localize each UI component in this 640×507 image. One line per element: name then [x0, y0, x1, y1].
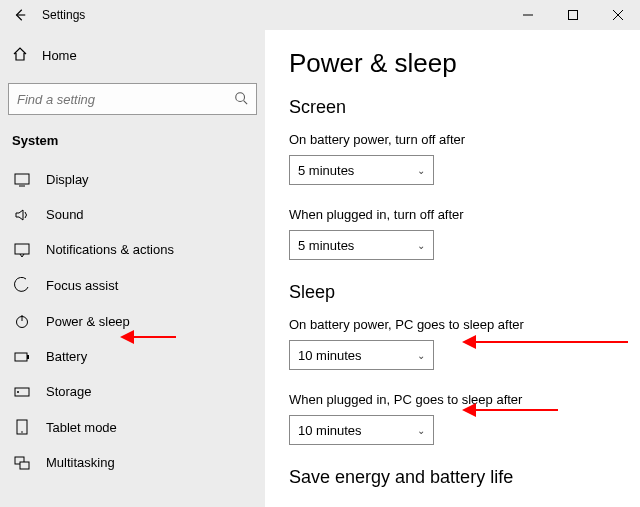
svg-rect-2 [568, 11, 577, 20]
storage-icon [14, 386, 30, 398]
select-value: 5 minutes [298, 238, 354, 253]
sleep-battery-label: On battery power, PC goes to sleep after [289, 317, 616, 332]
search-icon [234, 91, 248, 108]
chevron-down-icon: ⌄ [417, 350, 425, 361]
sidebar-item-notifications[interactable]: Notifications & actions [4, 232, 261, 267]
home-button[interactable]: Home [4, 36, 261, 75]
svg-point-17 [21, 431, 23, 433]
focus-assist-icon [14, 277, 30, 293]
chevron-down-icon: ⌄ [417, 165, 425, 176]
svg-rect-13 [27, 355, 29, 359]
sidebar-category: System [4, 127, 261, 162]
sidebar-item-label: Battery [46, 349, 87, 364]
screen-battery-label: On battery power, turn off after [289, 132, 616, 147]
select-value: 5 minutes [298, 163, 354, 178]
section-screen: Screen [289, 97, 616, 118]
svg-rect-9 [15, 244, 29, 254]
content-pane: Power & sleep Screen On battery power, t… [265, 30, 640, 507]
sidebar-item-label: Power & sleep [46, 314, 130, 329]
sidebar: Home System Display Sound Notifications … [0, 30, 265, 507]
back-button[interactable] [0, 0, 40, 30]
close-button[interactable] [595, 0, 640, 30]
svg-rect-7 [15, 174, 29, 184]
sidebar-item-focus-assist[interactable]: Focus assist [4, 267, 261, 303]
close-icon [613, 10, 623, 20]
screen-plugged-label: When plugged in, turn off after [289, 207, 616, 222]
power-icon [14, 313, 30, 329]
sleep-battery-select[interactable]: 10 minutes ⌄ [289, 340, 434, 370]
sleep-plugged-select[interactable]: 10 minutes ⌄ [289, 415, 434, 445]
chevron-down-icon: ⌄ [417, 240, 425, 251]
maximize-button[interactable] [550, 0, 595, 30]
multitasking-icon [14, 456, 30, 470]
tablet-icon [14, 419, 30, 435]
section-save-energy: Save energy and battery life [289, 467, 616, 488]
sidebar-item-multitasking[interactable]: Multitasking [4, 445, 261, 480]
sidebar-item-label: Tablet mode [46, 420, 117, 435]
sidebar-item-display[interactable]: Display [4, 162, 261, 197]
sidebar-item-power-sleep[interactable]: Power & sleep [4, 303, 261, 339]
sidebar-item-label: Multitasking [46, 455, 115, 470]
notifications-icon [14, 243, 30, 257]
page-title: Power & sleep [289, 48, 616, 79]
sidebar-item-label: Display [46, 172, 89, 187]
svg-rect-19 [20, 462, 29, 469]
screen-plugged-select[interactable]: 5 minutes ⌄ [289, 230, 434, 260]
home-label: Home [42, 48, 77, 63]
sidebar-item-storage[interactable]: Storage [4, 374, 261, 409]
select-value: 10 minutes [298, 423, 362, 438]
section-sleep: Sleep [289, 282, 616, 303]
sidebar-item-sound[interactable]: Sound [4, 197, 261, 232]
select-value: 10 minutes [298, 348, 362, 363]
titlebar: Settings [0, 0, 640, 30]
svg-line-6 [244, 100, 248, 104]
sidebar-item-label: Focus assist [46, 278, 118, 293]
sound-icon [14, 208, 30, 222]
chevron-down-icon: ⌄ [417, 425, 425, 436]
search-box[interactable] [8, 83, 257, 115]
sidebar-item-tablet-mode[interactable]: Tablet mode [4, 409, 261, 445]
svg-point-15 [17, 391, 19, 393]
display-icon [14, 173, 30, 187]
window-title: Settings [42, 8, 85, 22]
battery-icon [14, 351, 30, 363]
minimize-icon [523, 10, 533, 20]
window-controls [505, 0, 640, 30]
svg-point-5 [236, 92, 245, 101]
maximize-icon [568, 10, 578, 20]
search-input[interactable] [17, 92, 213, 107]
sidebar-item-battery[interactable]: Battery [4, 339, 261, 374]
screen-battery-select[interactable]: 5 minutes ⌄ [289, 155, 434, 185]
minimize-button[interactable] [505, 0, 550, 30]
arrow-left-icon [13, 8, 27, 22]
sleep-plugged-label: When plugged in, PC goes to sleep after [289, 392, 616, 407]
svg-rect-12 [15, 353, 27, 361]
sidebar-item-label: Sound [46, 207, 84, 222]
sidebar-item-label: Storage [46, 384, 92, 399]
home-icon [12, 46, 28, 65]
sidebar-item-label: Notifications & actions [46, 242, 174, 257]
